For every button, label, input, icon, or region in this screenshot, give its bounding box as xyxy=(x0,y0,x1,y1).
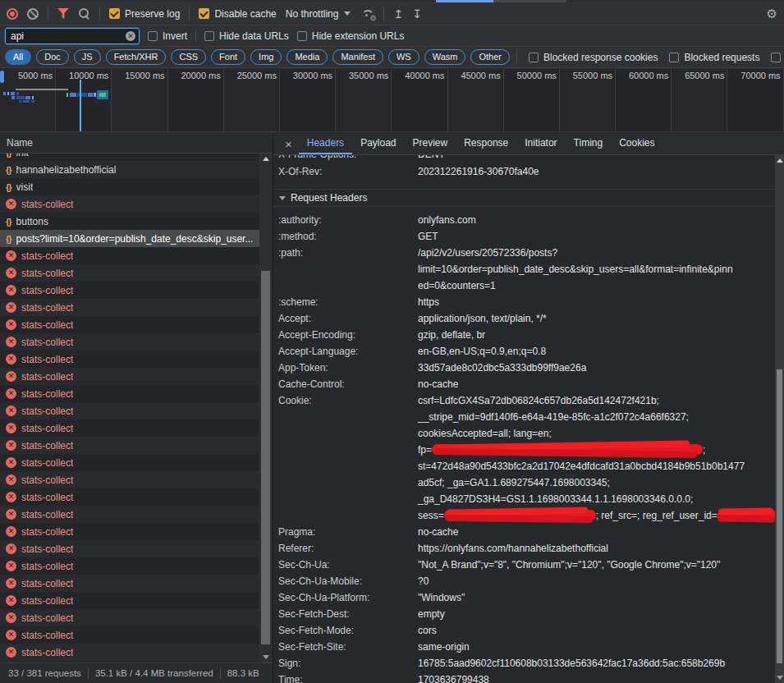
clear-filter-icon[interactable]: ✕ xyxy=(126,31,135,41)
header-row: :path:/api2/v2/users/20572336/posts?limi… xyxy=(273,245,775,294)
tab-payload[interactable]: Payload xyxy=(352,133,404,154)
filter-pill-ws[interactable]: WS xyxy=(388,49,420,65)
request-row[interactable]: ✕stats-collect xyxy=(0,609,259,626)
filter-pill-all[interactable]: All xyxy=(5,49,31,65)
request-row[interactable]: ✕stats-collect xyxy=(0,437,259,454)
scrollbar-thumb[interactable] xyxy=(261,271,270,644)
tab-cookies[interactable]: Cookies xyxy=(611,133,663,154)
request-row[interactable]: ✕stats-collect xyxy=(0,471,259,488)
scroll-down-icon[interactable] xyxy=(777,676,783,680)
filter-pill-img[interactable]: Img xyxy=(250,49,282,65)
disable-cache-label: Disable cache xyxy=(214,8,276,20)
error-icon: ✕ xyxy=(6,319,16,330)
invert-checkbox[interactable]: Invert xyxy=(148,30,187,42)
tab-timing[interactable]: Timing xyxy=(566,133,612,154)
filter-pill-css[interactable]: CSS xyxy=(171,49,206,65)
request-row[interactable]: ✕stats-collect xyxy=(0,195,259,213)
filter-pill-wasm[interactable]: Wasm xyxy=(424,49,466,65)
request-row[interactable]: ✕stats-collect xyxy=(0,282,259,299)
tab-initiator[interactable]: Initiator xyxy=(516,133,565,154)
header-row: Accept:application/json, text/plain, */* xyxy=(273,310,775,327)
request-row[interactable]: {}buttons xyxy=(0,213,259,230)
timeline-cursor xyxy=(80,80,81,131)
request-row[interactable]: ✕stats-collect xyxy=(0,626,259,644)
filter-pill-js[interactable]: JS xyxy=(74,49,101,65)
request-row[interactable]: ✕stats-collect xyxy=(0,385,259,402)
blocked-response-cookies-checkbox[interactable]: Blocked response cookies xyxy=(529,52,658,63)
filter-icon[interactable] xyxy=(57,8,69,19)
request-name: stats-collect xyxy=(21,457,73,469)
disable-cache-checkbox[interactable]: Disable cache xyxy=(199,8,276,20)
request-row[interactable]: ✕stats-collect xyxy=(0,575,259,592)
request-headers-section-toggle[interactable]: Request Headers xyxy=(273,189,775,207)
request-row[interactable]: ✕stats-collect xyxy=(0,316,259,333)
header-name: Accept-Encoding: xyxy=(278,327,418,343)
filter-input[interactable] xyxy=(6,30,126,42)
name-column-header[interactable]: Name xyxy=(0,133,272,154)
request-row[interactable]: ✕stats-collect xyxy=(0,592,259,609)
request-row[interactable]: ✕stats-collect xyxy=(0,488,259,506)
hide-data-urls-checkbox[interactable]: Hide data URLs xyxy=(204,30,289,42)
record-network-log-button[interactable] xyxy=(7,8,18,20)
error-icon: ✕ xyxy=(6,268,16,278)
request-row[interactable]: ✕stats-collect xyxy=(0,540,259,557)
request-row[interactable]: ✕stats-collect xyxy=(0,506,259,523)
waterfall-mark xyxy=(23,100,30,103)
error-icon: ✕ xyxy=(6,302,16,313)
scrollbar-thumb[interactable] xyxy=(777,369,782,663)
request-row[interactable]: ✕stats-collect xyxy=(0,368,259,385)
request-row[interactable]: ✕stats-collect xyxy=(0,454,259,471)
filter-pill-manifest[interactable]: Manifest xyxy=(332,49,383,65)
network-conditions-icon[interactable]: ⚙ xyxy=(360,8,374,20)
scroll-down-icon[interactable] xyxy=(263,655,269,659)
export-har-icon[interactable]: ↧ xyxy=(412,8,422,20)
request-row[interactable]: {}init xyxy=(0,154,259,161)
close-icon[interactable]: × xyxy=(278,138,299,150)
filter-pill-media[interactable]: Media xyxy=(287,49,328,65)
toolbar-separator xyxy=(516,51,517,64)
tab-preview[interactable]: Preview xyxy=(405,133,456,154)
request-row[interactable]: {}posts?limit=10&order=publish_date_desc… xyxy=(0,230,259,247)
filter-pill-other[interactable]: Other xyxy=(470,49,510,65)
throttling-select[interactable]: No throttling xyxy=(286,8,351,20)
clear-network-log-button[interactable] xyxy=(27,8,39,20)
request-row[interactable]: ✕stats-collect xyxy=(0,247,259,264)
tab-response[interactable]: Response xyxy=(456,133,516,154)
settings-gear-icon[interactable]: ⚙ xyxy=(767,7,777,20)
blocked-requests-checkbox[interactable]: Blocked requests xyxy=(669,52,759,63)
timeline-selection-handle[interactable] xyxy=(0,71,4,83)
timeline-tick-label: 70000 ms xyxy=(740,71,780,80)
details-scrollbar[interactable] xyxy=(775,155,784,683)
filter-pill-fetch-xhr[interactable]: Fetch/XHR xyxy=(106,49,167,65)
tab-headers[interactable]: Headers xyxy=(299,133,352,154)
request-row[interactable]: ✕stats-collect xyxy=(0,333,259,351)
request-row[interactable]: ✕stats-collect xyxy=(0,351,259,368)
request-row[interactable]: ✕stats-collect xyxy=(0,299,259,316)
3rd-party-requests-checkbox[interactable]: 3rd-party requests xyxy=(771,52,784,63)
request-row[interactable]: {}hannahelizabethofficial xyxy=(0,161,259,178)
search-icon[interactable] xyxy=(78,7,90,20)
request-row[interactable]: ✕stats-collect xyxy=(0,644,259,661)
scroll-up-icon[interactable] xyxy=(263,157,269,161)
request-name: stats-collect xyxy=(21,250,73,262)
request-row[interactable]: ✕stats-collect xyxy=(0,557,259,575)
filter-pill-doc[interactable]: Doc xyxy=(36,49,69,65)
filter-pill-font[interactable]: Font xyxy=(211,49,245,65)
network-overview-timeline[interactable]: 5000 ms10000 ms15000 ms20000 ms25000 ms3… xyxy=(0,69,784,132)
header-row: Sec-Fetch-Site:same-origin xyxy=(273,639,775,655)
import-har-icon[interactable]: ↥ xyxy=(393,8,403,20)
request-row[interactable]: {}visit xyxy=(0,178,259,195)
request-row[interactable]: ✕stats-collect xyxy=(0,264,259,282)
header-value: onlyfans.com xyxy=(418,212,775,228)
request-name: stats-collect xyxy=(21,492,73,503)
request-list-scrollbar[interactable] xyxy=(259,154,272,662)
request-row[interactable]: ✕stats-collect xyxy=(0,523,259,540)
request-row[interactable]: ✕stats-collect xyxy=(0,419,259,437)
scroll-up-icon[interactable] xyxy=(777,158,783,163)
hide-extension-urls-checkbox[interactable]: Hide extension URLs xyxy=(297,30,405,42)
preserve-log-checkbox[interactable]: Preserve log xyxy=(109,8,180,20)
checkbox-checked-icon xyxy=(199,8,209,19)
waterfall-mark xyxy=(11,96,15,99)
error-icon: ✕ xyxy=(6,578,16,589)
request-row[interactable]: ✕stats-collect xyxy=(0,402,259,419)
